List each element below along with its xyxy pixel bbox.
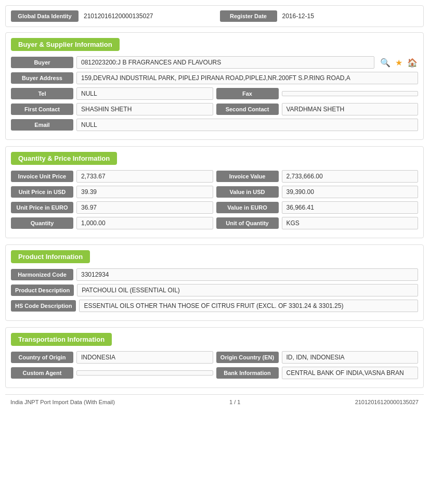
quantity-price-title: Quantity & Price Information [11,152,117,165]
buyer-supplier-title: Buyer & Supplier Information [11,38,120,51]
value-euro-label: Value in EURO [216,202,279,213]
buyer-label: Buyer [11,57,73,68]
invoice-unit-price-label: Invoice Unit Price [11,171,73,182]
footer-right: 21012016120000135027 [355,399,419,405]
transportation-section: Transportation Information Country of Or… [5,327,424,388]
search-icon[interactable]: 🔍 [380,57,391,68]
footer-center: 1 / 1 [229,399,240,405]
global-identity-bar: Global Data Identity 2101201612000013502… [5,5,424,27]
buyer-row: Buyer 0812023200:J B FRAGRANCES AND FLAV… [11,56,418,69]
fax-value [282,91,419,96]
product-section: Product Information Harmonized Code 3301… [5,244,424,321]
harmonized-code-value: 33012934 [76,268,418,281]
contacts-row: First Contact SHASHIN SHETH Second Conta… [11,103,418,115]
origin-country-en-value: ID, IDN, INDONESIA [282,351,419,364]
value-usd-label: Value in USD [216,186,279,198]
unit-of-quantity-label: Unit of Quantity [216,217,279,229]
usd-row: Unit Price in USD 39.39 Value in USD 39,… [11,186,418,198]
reg-date-label: Register Date [220,10,277,22]
hs-code-description-row: HS Code Description ESSENTIAL OILS OTHER… [11,300,418,312]
gdi-label: Global Data Identity [11,10,79,22]
quantity-value: 1,000.00 [76,217,213,229]
custom-agent-label: Custom Agent [11,367,73,379]
product-description-value: PATCHOULI OIL (ESSENTIAL OIL) [77,284,418,296]
invoice-unit-price-value: 2,733.67 [76,170,213,183]
euro-row: Unit Price in EURO 36.97 Value in EURO 3… [11,201,418,214]
hs-code-description-label: HS Code Description [11,300,76,312]
page-footer: India JNPT Port Import Data (With Email)… [5,394,424,409]
email-row: Email NULL [11,119,418,131]
buyer-address-row: Buyer Address 159,DEVRAJ INDUSTRIAL PARK… [11,72,418,84]
email-value: NULL [76,119,418,131]
quantity-row: Quantity 1,000.00 Unit of Quantity KGS [11,217,418,229]
transportation-title: Transportation Information [11,333,112,346]
tel-label: Tel [11,88,73,99]
harmonized-code-label: Harmonized Code [11,269,73,280]
origin-country-en-label: Origin Country (EN) [216,352,279,363]
invoice-value-value: 2,733,666.00 [282,170,419,183]
value-usd-value: 39,390.00 [282,186,419,198]
unit-price-euro-value: 36.97 [76,201,213,214]
custom-agent-bank-row: Custom Agent Bank Information CENTRAL BA… [11,367,418,379]
footer-left: India JNPT Port Import Data (With Email) [10,399,115,405]
product-title: Product Information [11,250,90,263]
first-contact-label: First Contact [11,104,73,115]
star-icon[interactable]: ★ [393,57,405,68]
hs-code-description-value: ESSENTIAL OILS OTHER THAN THOSE OF CITRU… [79,300,418,312]
country-of-origin-value: INDONESIA [76,351,213,364]
unit-of-quantity-value: KGS [282,217,419,229]
unit-price-usd-label: Unit Price in USD [11,186,73,198]
unit-price-euro-label: Unit Price in EURO [11,202,73,213]
bank-information-label: Bank Information [216,367,279,379]
buyer-address-label: Buyer Address [11,72,73,84]
product-description-row: Product Description PATCHOULI OIL (ESSEN… [11,284,418,296]
country-origin-row: Country of Origin INDONESIA Origin Count… [11,351,418,364]
tel-value: NULL [76,87,213,100]
reg-date-value: 2016-12-15 [277,10,419,22]
second-contact-label: Second Contact [216,104,279,115]
email-label: Email [11,119,73,131]
tel-fax-row: Tel NULL Fax [11,87,418,100]
first-contact-value: SHASHIN SHETH [76,103,213,115]
country-of-origin-label: Country of Origin [11,352,73,363]
gdi-value: 21012016120000135027 [79,10,220,22]
buyer-address-value: 159,DEVRAJ INDUSTRIAL PARK, PIPLEJ PIRAN… [76,72,418,84]
harmonized-code-row: Harmonized Code 33012934 [11,268,418,281]
invoice-unit-price-row: Invoice Unit Price 2,733.67 Invoice Valu… [11,170,418,183]
quantity-price-section: Quantity & Price Information Invoice Uni… [5,146,424,238]
buyer-icons: 🔍 ★ 🏠 [380,57,418,68]
home-icon[interactable]: 🏠 [407,57,418,68]
buyer-value: 0812023200:J B FRAGRANCES AND FLAVOURS [76,56,374,69]
unit-price-usd-value: 39.39 [76,186,213,198]
buyer-supplier-section: Buyer & Supplier Information Buyer 08120… [5,32,424,140]
fax-label: Fax [216,88,279,99]
quantity-label: Quantity [11,217,73,229]
second-contact-value: VARDHMAN SHETH [282,103,419,115]
value-euro-value: 36,966.41 [282,201,419,214]
bank-information-value: CENTRAL BANK OF INDIA,VASNA BRAN [282,367,419,379]
invoice-value-label: Invoice Value [216,171,279,182]
custom-agent-value [76,370,213,376]
product-description-label: Product Description [11,285,74,296]
